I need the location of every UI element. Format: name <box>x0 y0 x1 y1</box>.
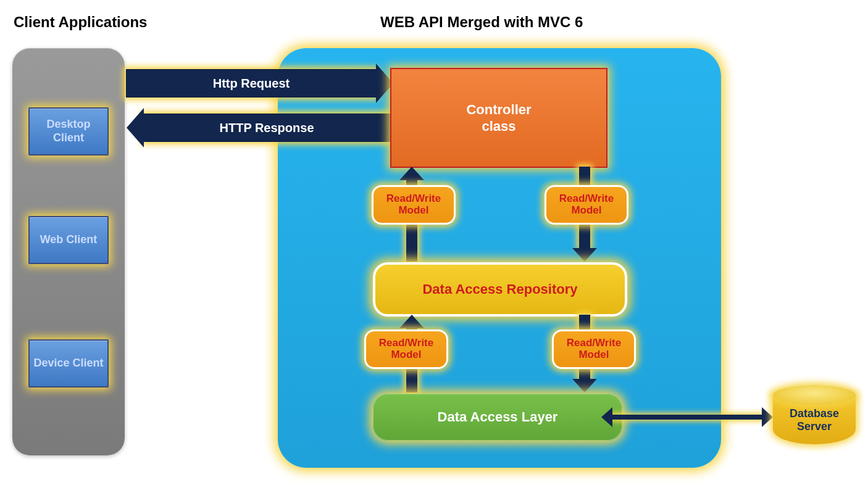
controller-class-label: Controllerclass <box>466 101 531 135</box>
data-access-layer-label: Data Access Layer <box>438 409 558 425</box>
data-access-layer-box: Data Access Layer <box>373 394 622 441</box>
client-applications-panel: Desktop Client Web Client Device Client <box>12 48 125 455</box>
arrow-dal-database <box>612 415 762 420</box>
heading-client-applications: Client Applications <box>14 14 147 31</box>
desktop-client-box: Desktop Client <box>28 107 109 155</box>
http-request-arrow: Http Request <box>126 69 377 97</box>
database-server: Database Server <box>773 385 856 447</box>
data-access-repository-label: Data Access Repository <box>422 281 577 297</box>
http-response-label: HTTP Response <box>144 121 390 135</box>
http-request-label: Http Request <box>127 77 376 91</box>
read-write-model-pill-3: Read/Write Model <box>364 330 448 369</box>
heading-web-api: WEB API Merged with MVC 6 <box>380 14 583 31</box>
read-write-model-pill-4: Read/Write Model <box>552 330 636 369</box>
controller-class-box: Controllerclass <box>390 68 607 168</box>
web-client-box: Web Client <box>28 216 109 264</box>
read-write-model-pill-2: Read/Write Model <box>545 185 628 225</box>
data-access-repository-box: Data Access Repository <box>373 262 627 317</box>
read-write-model-pill-1: Read/Write Model <box>372 185 456 225</box>
database-server-label: Database Server <box>773 407 856 433</box>
device-client-box: Device Client <box>28 339 109 388</box>
http-response-arrow: HTTP Response <box>143 114 390 142</box>
